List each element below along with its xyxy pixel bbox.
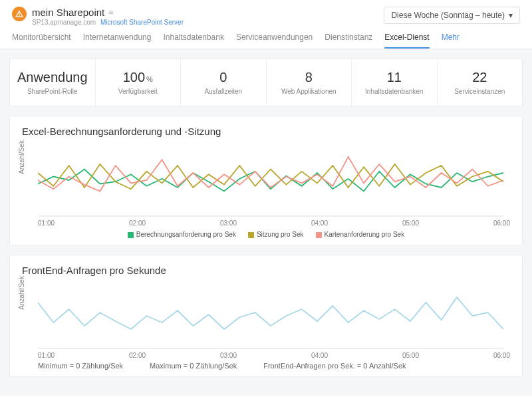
metric-label: Inhaltsdatenbanken	[357, 88, 432, 95]
metric-web-applikationen: 8Web Applikationen	[267, 59, 352, 106]
server-link[interactable]: Microsoft SharePoint Server	[100, 19, 184, 26]
metric-unit: %	[146, 75, 153, 83]
tab-excel-dienst[interactable]: Excel-Dienst	[384, 33, 429, 49]
y-axis-label: Anzahl/Sek	[18, 140, 25, 174]
x-tick: 05:00	[402, 352, 419, 359]
x-tick: 03:00	[220, 352, 237, 359]
tab-monitor-bersicht[interactable]: Monitorübersicht	[12, 33, 71, 49]
x-axis-labels: 01:0002:0003:0004:0005:0006:00	[38, 352, 510, 359]
tabs: MonitorübersichtInternetanwendungInhalts…	[0, 26, 532, 49]
metric-value: 100%	[101, 70, 176, 85]
legend-swatch	[128, 232, 134, 238]
metric-label: Ausfallzeiten	[186, 88, 261, 95]
metric-value: 0	[186, 70, 261, 85]
title-row: mein Sharepoint ≡	[32, 7, 184, 18]
chart-title: FrontEnd-Anfragen pro Sekunde	[22, 265, 510, 276]
legend-item: Berechnungsanforderung pro Sek	[128, 231, 236, 238]
chart-frontend-req: FrontEnd-Anfragen pro Sekunde Anzahl/Sek…	[9, 255, 523, 377]
header: mein Sharepoint ≡ SP13.apmanage.com Micr…	[0, 0, 532, 26]
legend-item: Kartenanforderung pro Sek	[316, 231, 405, 238]
chart-area: Anzahl/Sek 01:0002:0003:0004:0005:0006:0…	[22, 144, 510, 238]
chart-svg	[38, 283, 503, 349]
x-tick: 02:00	[129, 352, 146, 359]
metric-value: 11	[357, 70, 432, 85]
legend-swatch	[316, 232, 322, 238]
metric-label: Verfügbarkeit	[101, 88, 176, 95]
x-tick: 02:00	[129, 219, 146, 227]
chart-title: Excel-Berechnungsanforderung und -Sitzun…	[22, 126, 510, 137]
chart-excel-calc: Excel-Berechnungsanforderung und -Sitzun…	[9, 116, 523, 245]
chart-plot	[38, 283, 510, 349]
x-tick: 05:00	[402, 219, 419, 227]
tab-more[interactable]: Mehr	[442, 33, 460, 49]
chart-footnote: Minimum = 0 Zählung/Sek Maximum = 0 Zähl…	[38, 362, 510, 370]
chart-plot	[38, 144, 510, 217]
tab-internetanwendung[interactable]: Internetanwendung	[83, 33, 152, 49]
metric-value: Anwendung	[15, 70, 90, 85]
y-axis-label: Anzahl/Sek	[18, 276, 25, 310]
metric-ausfallzeiten: 0Ausfallzeiten	[181, 59, 267, 106]
svg-point-1	[19, 15, 20, 16]
page-title: mein Sharepoint	[32, 7, 104, 18]
footnote-min: Minimum = 0 Zählung/Sek	[38, 362, 123, 370]
chart-area: Anzahl/Sek 01:0002:0003:0004:0005:0006:0…	[22, 283, 510, 370]
x-axis-labels: 01:0002:0003:0004:0005:0006:00	[38, 219, 510, 227]
legend-item: Sitzung pro Sek	[248, 231, 304, 238]
metric-serviceinstanzen: 22Serviceinstanzen	[438, 59, 523, 106]
metric-label: SharePoint-Rolle	[15, 88, 90, 95]
series-line	[38, 297, 503, 329]
chevron-down-icon: ▾	[509, 11, 513, 20]
tab-dienstinstanz[interactable]: Dienstinstanz	[325, 33, 372, 49]
metric-sharepoint-rolle: AnwendungSharePoint-Rolle	[10, 59, 96, 106]
x-tick: 04:00	[311, 219, 328, 227]
x-tick: 04:00	[311, 352, 328, 359]
subdomain-text: SP13.apmanage.com	[32, 19, 96, 26]
alert-icon	[12, 7, 27, 21]
metric-label: Serviceinstanzen	[443, 88, 517, 95]
x-tick: 06:00	[493, 352, 510, 359]
subtitle: SP13.apmanage.com Microsoft SharePoint S…	[32, 19, 184, 26]
time-range-label: Diese Woche (Sonntag – heute)	[391, 11, 505, 20]
metric-value: 8	[272, 70, 346, 85]
x-tick: 01:00	[38, 219, 55, 227]
x-tick: 03:00	[220, 219, 237, 227]
legend-swatch	[248, 232, 254, 238]
tab-inhaltsdatenbank[interactable]: Inhaltsdatenbank	[163, 33, 223, 49]
metric-label: Web Applikationen	[272, 88, 346, 95]
metric-verf-gbarkeit: 100%Verfügbarkeit	[96, 59, 182, 106]
metric-inhaltsdatenbanken: 11Inhaltsdatenbanken	[352, 59, 438, 106]
tab-serviceanwendungen[interactable]: Serviceanwendungen	[236, 33, 313, 49]
footnote-avg: FrontEnd-Anfragen pro Sek. = 0 Anzahl/Se…	[263, 362, 406, 370]
x-tick: 06:00	[493, 219, 510, 227]
time-range-selector[interactable]: Diese Woche (Sonntag – heute) ▾	[384, 7, 520, 24]
chart-legend: Berechnungsanforderung pro SekSitzung pr…	[22, 231, 510, 238]
footnote-max: Maximum = 0 Zählung/Sek	[150, 362, 237, 370]
chart-svg	[38, 144, 503, 217]
metrics-card: AnwendungSharePoint-Rolle100%Verfügbarke…	[9, 59, 523, 106]
metric-value: 22	[443, 70, 517, 85]
header-left: mein Sharepoint ≡ SP13.apmanage.com Micr…	[12, 7, 384, 26]
menu-icon[interactable]: ≡	[108, 7, 114, 17]
title-block: mein Sharepoint ≡ SP13.apmanage.com Micr…	[32, 7, 184, 26]
x-tick: 01:00	[38, 352, 55, 359]
content-body: AnwendungSharePoint-Rolle100%Verfügbarke…	[0, 49, 532, 396]
